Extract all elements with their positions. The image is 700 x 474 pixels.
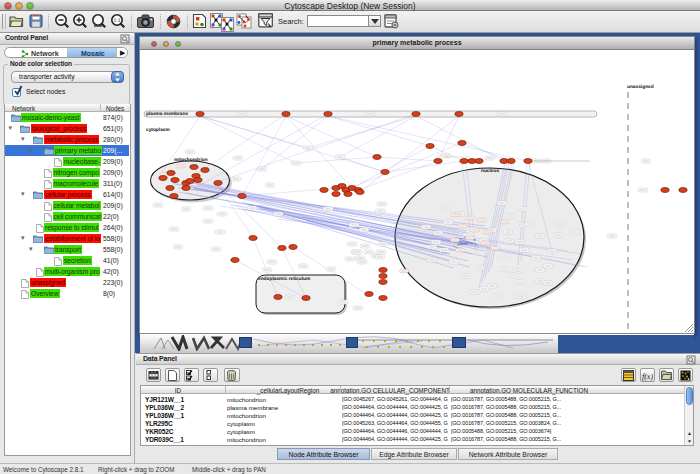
svg-text:plasma membrane: plasma membrane — [146, 111, 188, 117]
svg-text:mitochondrion: mitochondrion — [174, 157, 208, 163]
svg-text:f(x): f(x) — [642, 372, 653, 381]
svg-text:endoplasmic reticulum: endoplasmic reticulum — [258, 276, 310, 282]
svg-text:nucleus: nucleus — [481, 168, 499, 174]
svg-text:unassigned: unassigned — [627, 84, 654, 90]
svg-text:cytoplasm: cytoplasm — [146, 127, 170, 133]
